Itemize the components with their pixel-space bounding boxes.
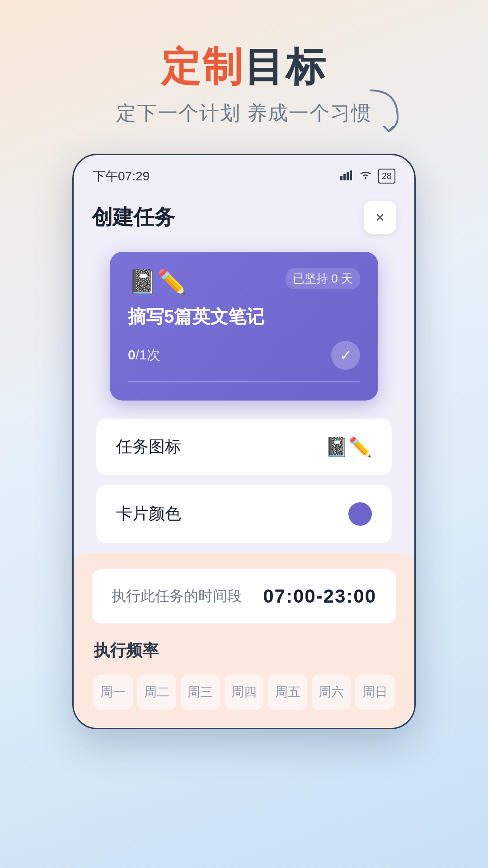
day-btn-1[interactable]: 周二 [137, 675, 177, 710]
page-header: 创建任务 × [92, 201, 396, 234]
battery-icon: 28 [378, 169, 395, 184]
svg-rect-1 [343, 174, 346, 180]
svg-rect-0 [340, 176, 343, 180]
close-button[interactable]: × [364, 201, 396, 234]
time-label: 执行此任务的时间段 [112, 586, 242, 606]
svg-rect-2 [347, 172, 349, 180]
task-icon-preview: 📓✏️ [325, 436, 372, 458]
task-card-header: 📓✏️ 已坚持 0 天 [128, 268, 360, 296]
task-count: 0/1次 [128, 346, 160, 364]
svg-rect-3 [350, 170, 352, 180]
main-title: 定制目标 [0, 45, 488, 89]
page-title: 创建任务 [92, 203, 175, 231]
progress-bar [128, 381, 360, 382]
title-custom: 定制 [161, 44, 244, 89]
frequency-section: 执行频率 周一周二周三周四周五周六周日 [92, 640, 396, 710]
settings-section: 任务图标 📓✏️ 卡片颜色 [92, 419, 396, 543]
task-footer: 0/1次 ✓ [128, 341, 360, 370]
task-card-icon: 📓✏️ [128, 268, 187, 296]
day-btn-0[interactable]: 周一 [94, 675, 133, 710]
time-row[interactable]: 执行此任务的时间段 07:00-23:00 [92, 569, 396, 623]
status-time: 下午07:29 [93, 168, 150, 185]
color-setting-label: 卡片颜色 [116, 503, 181, 525]
phone-mockup: 下午07:29 28 [72, 154, 416, 729]
arrow-decoration [361, 81, 407, 136]
status-bar: 下午07:29 28 [74, 155, 414, 192]
bottom-section: 执行此任务的时间段 07:00-23:00 执行频率 周一周二周三周四周五周六周… [74, 553, 414, 728]
signal-icon [340, 170, 353, 183]
days-row: 周一周二周三周四周五周六周日 [94, 675, 394, 710]
time-value: 07:00-23:00 [263, 585, 376, 607]
day-btn-5[interactable]: 周六 [312, 675, 351, 710]
task-card[interactable]: 📓✏️ 已坚持 0 天 摘写5篇英文笔记 0/1次 ✓ [110, 252, 378, 401]
check-button[interactable]: ✓ [331, 341, 360, 370]
day-btn-3[interactable]: 周四 [225, 675, 264, 710]
task-name: 摘写5篇英文笔记 [128, 305, 360, 328]
icon-setting-row[interactable]: 任务图标 📓✏️ [96, 419, 392, 475]
color-dot [348, 502, 372, 526]
days-badge: 已坚持 0 天 [286, 268, 360, 289]
wifi-icon [359, 170, 372, 183]
day-btn-2[interactable]: 周三 [181, 675, 220, 710]
day-btn-6[interactable]: 周日 [355, 675, 394, 710]
color-setting-row[interactable]: 卡片颜色 [96, 485, 392, 543]
color-setting-value [348, 502, 372, 526]
icon-setting-value: 📓✏️ [325, 436, 372, 458]
frequency-title: 执行频率 [94, 640, 394, 662]
status-icons: 28 [340, 169, 395, 184]
header-section: 定制目标 定下一个计划 养成一个习惯 [0, 0, 488, 127]
day-btn-4[interactable]: 周五 [268, 675, 307, 710]
app-content: 创建任务 × 📓✏️ 已坚持 0 天 摘写5篇英文笔记 0/1次 ✓ [74, 192, 414, 543]
title-goal: 目标 [244, 44, 327, 89]
icon-setting-label: 任务图标 [116, 436, 181, 458]
subtitle: 定下一个计划 养成一个习惯 [0, 100, 488, 127]
